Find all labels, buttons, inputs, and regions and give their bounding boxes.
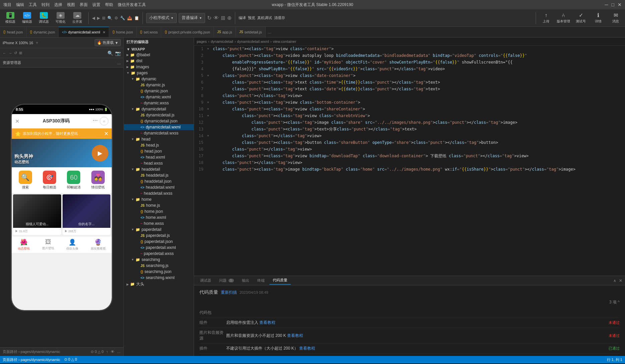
cq-rescan-button[interactable]: 重新扫描 <box>221 290 237 295</box>
code-line-10[interactable]: class="punct"><class="tag">view class="s… <box>210 106 625 112</box>
tree-item-paperdetail.js[interactable]: JS paperdetail.js <box>124 233 194 239</box>
nav-icon-6[interactable]: 🔧 <box>120 16 125 20</box>
compile-dropdown[interactable]: 普通编译 ▼ <box>179 13 205 23</box>
tab-dynamic-json[interactable]: {} dynamic.json <box>26 27 59 37</box>
tree-item-home.json[interactable]: {} home.json <box>124 208 194 214</box>
tree-item-searchimg.wxml[interactable]: <> searchimg.wxml <box>124 275 194 281</box>
debugger-button[interactable]: 🐛 调试器 <box>36 11 52 25</box>
tree-item-paperdetail.json[interactable]: {} paperdetail.json <box>124 239 194 245</box>
mp-circle-icon[interactable]: ⊕ <box>100 117 108 125</box>
menu-edit[interactable]: 编辑 <box>16 2 24 8</box>
preview-icon2[interactable]: 👁 <box>111 350 114 354</box>
panel-collapse-icon[interactable]: ∧ <box>613 278 616 283</box>
nav-icon-7[interactable]: 📤 <box>127 16 132 20</box>
upload-button[interactable]: ↑ 上传 <box>539 12 553 24</box>
folder-arrow-head[interactable]: ▼ <box>131 138 134 141</box>
tree-item-images[interactable]: ▶ 📁 images <box>124 64 194 70</box>
tree-item-paperdetail.wxml[interactable]: <> paperdetail.wxml <box>124 245 194 251</box>
cq-component-link[interactable]: 查看教程 <box>259 320 275 325</box>
tree-item-dynamicdetail.js[interactable]: JS dynamicdetail.js <box>124 112 194 118</box>
nav-icon-1[interactable]: ◀ <box>92 16 95 20</box>
code-line-6[interactable]: class="punct"><class="tag">text class="t… <box>210 79 625 86</box>
tree-item-dist[interactable]: ▶ 📁 dist <box>124 58 194 64</box>
folder-arrow-searchimg[interactable]: ▼ <box>131 258 134 261</box>
code-editor[interactable]: 12345678910111213141516171819 ▼▼▼▼▼▼ cla… <box>194 46 625 276</box>
phone-forward-icon[interactable]: → <box>8 51 12 55</box>
code-line-14[interactable]: class="punct"></class="tag">view> <box>210 132 625 139</box>
cq-media-link[interactable]: 查看教程 <box>287 333 303 338</box>
menu-bar[interactable]: 项目 编辑 工具 转到 选择 视图 界面 设置 帮助 微信开发者工具 <box>3 2 146 8</box>
menu-help[interactable]: 帮助 <box>105 2 113 8</box>
minimize-button[interactable]: ─ <box>605 2 608 7</box>
tree-item-dynamic.wxml[interactable]: <> dynamic.wxml <box>124 94 194 100</box>
phone-reload-icon[interactable]: ↺ <box>14 51 17 55</box>
menu-ui[interactable]: 界面 <box>80 2 88 8</box>
code-line-3[interactable]: enableProgressGesture="{{false}}" id="my… <box>210 59 625 66</box>
tree-item-dynamic.wxss[interactable]: ~ dynamic.wxss <box>124 100 194 106</box>
tree-item-head[interactable]: ▼ 📁 head <box>124 136 194 142</box>
mp-nav-avatar[interactable]: 👤 借款头像 <box>66 239 78 251</box>
tree-root-arrow[interactable]: ▼ <box>126 47 130 51</box>
editor-area[interactable]: 12345678910111213141516171819 ▼▼▼▼▼▼ cla… <box>194 46 625 276</box>
nav-icon-5[interactable]: ⚙ <box>114 16 118 20</box>
code-line-19[interactable]: class="punct"><class="tag">image bindtap… <box>210 166 625 173</box>
message-button[interactable]: ✉ 消息 <box>609 12 622 24</box>
tree-item-home.wxss[interactable]: ~ home.wxss <box>124 220 194 226</box>
cq-plugin-link[interactable]: 查看教程 <box>299 346 315 351</box>
tree-item-paperdetail.wxss[interactable]: ~ paperdetail.wxss <box>124 251 194 257</box>
mp-play-button[interactable]: ▶ <box>92 145 108 162</box>
tab-head-json[interactable]: {} head.json <box>0 27 26 37</box>
upload-icon2[interactable]: ↑ <box>106 350 108 354</box>
mp-close-icon[interactable]: ✕ <box>15 118 19 124</box>
mode-dropdown[interactable]: 小程序模式 ▼ <box>146 13 177 23</box>
panel-tab-output[interactable]: 输出 <box>239 277 253 284</box>
tree-item-dynamic.json[interactable]: {} dynamic.json <box>124 88 194 94</box>
phone-zoom-icon[interactable]: 🔍 <box>107 51 113 56</box>
tree-item-paperdetail[interactable]: ▼ 📁 paperdetail <box>124 226 194 233</box>
mp-card-2[interactable]: 你的名字... ▶ 265万 <box>63 194 111 235</box>
code-line-12[interactable]: class="punct"><class="tag">image class="… <box>210 119 625 126</box>
tree-item-大头[interactable]: ▶ 📁 大头 <box>124 281 194 288</box>
code-line-13[interactable]: class="punct"><class="tag">text>分享class=… <box>210 126 625 132</box>
code-line-7[interactable]: class="punct"><class="tag">text class="d… <box>210 86 625 92</box>
mp-add-banner[interactable]: 🌟 添加到我的小程序，随时更换壁纸 ✕ <box>12 128 112 139</box>
tree-item-dynamic[interactable]: ▼ 📁 dynamic <box>124 76 194 82</box>
folder-arrow-dynamic[interactable]: ▼ <box>131 77 134 81</box>
breadcrumb-dynamicdetail[interactable]: dynamicdetail <box>211 39 233 43</box>
code-line-11[interactable]: class="punct"><class="tag">view class="s… <box>210 112 625 119</box>
tab-home-json[interactable]: {} home.json <box>109 27 137 37</box>
visual-button[interactable]: ◈ 可视化 <box>53 11 68 25</box>
tree-item-home.wxml[interactable]: <> home.wxml <box>124 214 194 220</box>
tree-item-dynamicdetail.wxss[interactable]: ~ dynamicdetail.wxss <box>124 130 194 136</box>
maximize-button[interactable]: □ <box>612 2 614 7</box>
tab-project-private[interactable]: {} project.private.config.json <box>161 27 213 37</box>
editor-button[interactable]: </> 编辑器 <box>19 11 35 25</box>
nav-icon-3[interactable]: ⊞ <box>102 16 105 20</box>
code-line-1[interactable]: class="punct"><class="tag">view class="c… <box>210 46 625 52</box>
detail-button[interactable]: ℹ 详情 <box>592 12 605 24</box>
qrcode-button[interactable]: ⊞ <box>221 15 225 21</box>
menu-view[interactable]: 视图 <box>67 2 75 8</box>
menu-wechat[interactable]: 微信开发者工具 <box>118 2 146 8</box>
tree-item-dynamic.js[interactable]: JS dynamic.js <box>124 82 194 88</box>
breadcrumb-class[interactable]: view.container <box>273 39 296 43</box>
tab-set-wxss[interactable]: {} set.wxss <box>137 27 162 37</box>
code-line-2[interactable]: class="punct"><class="tag">video autopla… <box>210 52 625 59</box>
tree-item-home.js[interactable]: JS home.js <box>124 202 194 208</box>
phone-model[interactable]: iPhone X 100% 16 <box>3 41 33 45</box>
breadcrumb-pages[interactable]: pages <box>197 39 207 43</box>
tree-item-pages[interactable]: ▼ 📁 pages <box>124 70 194 76</box>
tab-dynamicdetail-wxml[interactable]: </> dynamicdetail.wxml ✕ <box>59 27 109 37</box>
menu-settings[interactable]: 设置 <box>92 2 100 8</box>
code-line-15[interactable]: class="punct"><class="tag">button class=… <box>210 139 625 146</box>
tree-item-dynamicdetail[interactable]: ▼ 📁 dynamicdetail <box>124 106 194 112</box>
code-line-8[interactable]: class="punct"></class="tag">view> <box>210 92 625 99</box>
folder-arrow-home[interactable]: ▼ <box>131 198 134 201</box>
code-content[interactable]: class="punct"><class="tag">view class="c… <box>210 46 625 276</box>
panel-tab-code-quality[interactable]: 代码质量 <box>269 276 291 285</box>
code-line-5[interactable]: class="punct"><class="tag">view class="d… <box>210 72 625 79</box>
phone-screenshot-icon[interactable]: 📷 <box>115 51 121 56</box>
code-line-17[interactable]: class="punct"><class="tag">view bindtap=… <box>210 153 625 159</box>
tree-item-headdetail.wxml[interactable]: <> headdetail.wxml <box>124 184 194 190</box>
mp-icon-couple[interactable]: 💑 情侣壁纸 <box>91 171 105 190</box>
